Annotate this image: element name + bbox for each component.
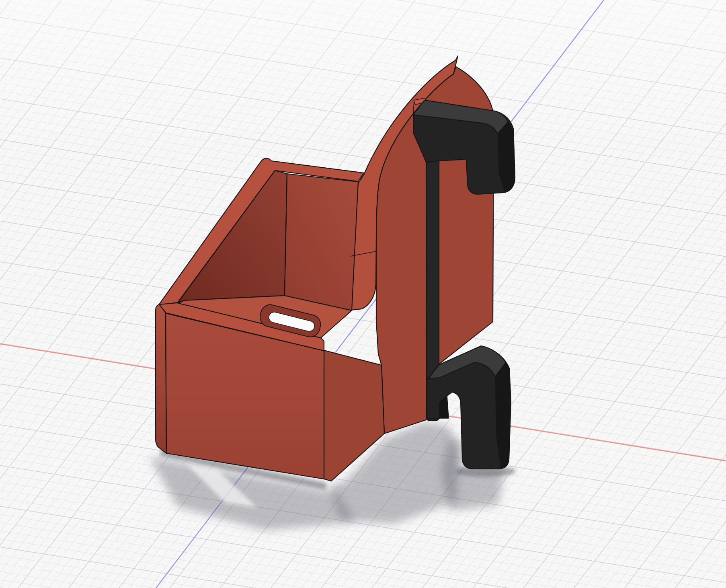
cad-viewport[interactable] xyxy=(0,0,726,588)
bin-left-face[interactable] xyxy=(156,304,166,453)
bin-inner-wall-left[interactable] xyxy=(178,171,287,303)
model-root xyxy=(156,56,515,481)
bin-inner-wall-back[interactable] xyxy=(285,174,358,310)
scene-layer xyxy=(0,0,726,588)
